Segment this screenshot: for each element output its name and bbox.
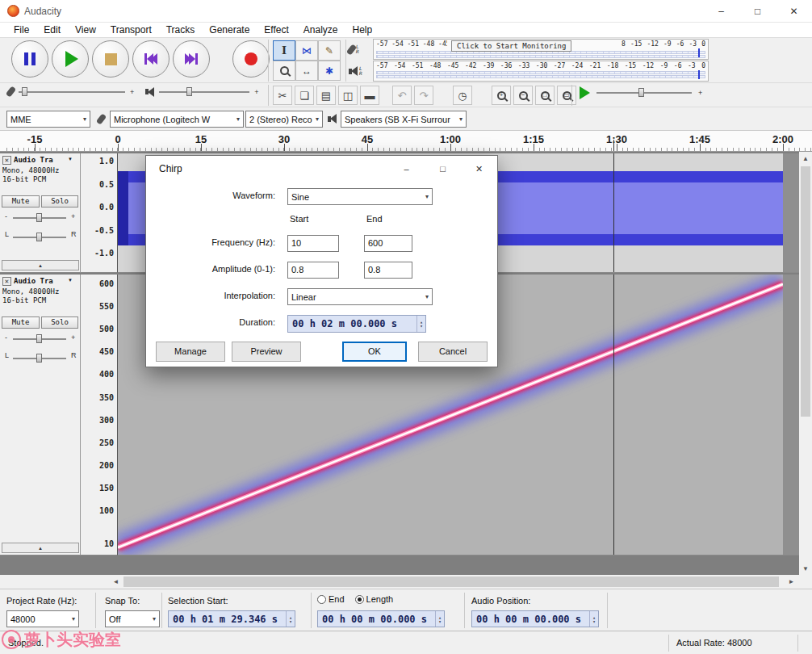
cut-button[interactable]: ✂ bbox=[273, 86, 292, 105]
undo-button[interactable]: ↶ bbox=[392, 86, 412, 105]
track1-mute-button[interactable]: Mute bbox=[2, 195, 40, 208]
window-maximize-button[interactable]: □ bbox=[739, 0, 776, 23]
spinner-icon[interactable]: ▴▾ bbox=[286, 611, 295, 627]
skip-to-end-button[interactable] bbox=[173, 40, 210, 78]
track1-pan-slider[interactable] bbox=[13, 237, 66, 238]
track1-control-panel[interactable]: ✕ Audio Tra ▼ Mono, 48000Hz 16-bit PCM M… bbox=[0, 153, 81, 273]
cancel-button[interactable]: Cancel bbox=[418, 342, 488, 362]
track1-gain-slider[interactable] bbox=[13, 217, 66, 219]
scroll-up-arrow[interactable]: ▲ bbox=[799, 152, 812, 165]
selection-length-timecode[interactable]: 00 h 00 m 00.000 s ▴▾ bbox=[317, 610, 445, 627]
timer-record-button[interactable]: ◷ bbox=[453, 86, 472, 105]
waveform-dropdown[interactable]: Sine ▾ bbox=[287, 188, 433, 205]
track1-solo-button[interactable]: Solo bbox=[41, 195, 78, 208]
recording-device-dropdown[interactable]: Microphone (Logitech W ▾ bbox=[110, 111, 244, 128]
track2-control-panel[interactable]: ✕ Audio Tra ▼ Mono, 48000Hz 16-bit PCM M… bbox=[0, 275, 81, 555]
menu-transport[interactable]: Transport bbox=[103, 24, 159, 36]
dialog-close-button[interactable]: ✕ bbox=[461, 157, 497, 181]
amplitude-end-input[interactable]: 0.8 bbox=[364, 262, 412, 279]
menu-analyze[interactable]: Analyze bbox=[296, 24, 345, 36]
zoom-tool-button[interactable] bbox=[273, 61, 295, 81]
menu-generate[interactable]: Generate bbox=[202, 24, 257, 36]
play-speed-slider[interactable] bbox=[596, 92, 692, 94]
playback-meter-strip[interactable]: -57 -54 -51 -48 -45 -42 -39 -36 -33 -30 … bbox=[373, 61, 709, 82]
play-at-speed-icon[interactable] bbox=[580, 86, 590, 99]
recording-meter-strip[interactable]: -57 -54 -51 -48 -45 8 -15 -12 -9 -6 -3 0… bbox=[373, 39, 709, 60]
monitoring-button[interactable]: Click to Start Monitoring bbox=[451, 40, 571, 52]
length-radio[interactable] bbox=[355, 595, 364, 604]
ok-button[interactable]: OK bbox=[342, 342, 407, 362]
frequency-start-input[interactable]: 10 bbox=[287, 235, 339, 252]
vertical-scrollbar[interactable]: ▲ ▼ bbox=[799, 152, 812, 575]
preview-button[interactable]: Preview bbox=[232, 342, 301, 362]
window-minimize-button[interactable]: – bbox=[703, 0, 739, 23]
duration-timecode[interactable]: 00 h 02 m 00.000 s ▴▾ bbox=[287, 315, 426, 333]
track1-pan-thumb[interactable] bbox=[36, 233, 42, 241]
audio-host-dropdown[interactable]: MME ▾ bbox=[6, 111, 90, 128]
scroll-left-arrow[interactable]: ◄ bbox=[109, 575, 123, 589]
track2-vertical-ruler[interactable]: 600 550 500 450 400 350 300 250 200 150 … bbox=[81, 275, 118, 555]
selection-tool-button[interactable]: I bbox=[273, 40, 295, 61]
window-close-button[interactable]: ✕ bbox=[776, 0, 812, 23]
track2-menu-icon[interactable]: ▼ bbox=[68, 278, 73, 283]
track1-menu-icon[interactable]: ▼ bbox=[68, 157, 73, 161]
menu-effect[interactable]: Effect bbox=[257, 24, 295, 36]
amplitude-start-input[interactable]: 0.8 bbox=[287, 262, 339, 279]
play-speed-thumb[interactable] bbox=[638, 88, 644, 97]
draw-tool-button[interactable]: ✎ bbox=[318, 40, 341, 61]
recording-channels-dropdown[interactable]: 2 (Stereo) Reco ▾ bbox=[245, 111, 323, 128]
track2-close-button[interactable]: ✕ bbox=[2, 277, 11, 286]
vertical-scroll-thumb[interactable] bbox=[801, 166, 810, 417]
scroll-down-arrow[interactable]: ▼ bbox=[799, 562, 812, 575]
skip-to-start-button[interactable] bbox=[132, 40, 170, 78]
track1-collapse-button[interactable]: ▴ bbox=[2, 260, 79, 270]
track2-pan-thumb[interactable] bbox=[36, 354, 42, 363]
spinner-icon[interactable]: ▴▾ bbox=[435, 611, 444, 627]
timeline-ruler[interactable]: -15 0 15 30 45 1:00 1:15 1:30 1:45 2:00 bbox=[0, 131, 812, 152]
trim-audio-button[interactable]: ◫ bbox=[338, 86, 358, 105]
copy-button[interactable]: ❏ bbox=[295, 86, 314, 105]
track1-close-button[interactable]: ✕ bbox=[2, 156, 11, 165]
playback-volume-slider[interactable] bbox=[159, 91, 249, 93]
menu-help[interactable]: Help bbox=[345, 24, 380, 36]
interpolation-dropdown[interactable]: Linear ▾ bbox=[287, 288, 433, 305]
track2-gain-slider[interactable] bbox=[13, 338, 66, 340]
zoom-out-button[interactable]: − bbox=[513, 86, 533, 105]
manage-button[interactable]: Manage bbox=[156, 342, 225, 362]
scroll-right-arrow[interactable]: ► bbox=[785, 575, 798, 589]
snap-to-dropdown[interactable]: Off ▾ bbox=[105, 610, 160, 627]
fit-project-button[interactable]: ▭ bbox=[557, 86, 576, 105]
selection-start-timecode[interactable]: 00 h 01 m 29.346 s ▴▾ bbox=[168, 610, 295, 627]
audio-position-timecode[interactable]: 00 h 00 m 00.000 s ▴▾ bbox=[471, 610, 599, 627]
recording-meter[interactable]: LR -57 -54 -51 -48 -45 8 -15 -12 -9 -6 -… bbox=[349, 39, 709, 60]
track2-mute-button[interactable]: Mute bbox=[2, 317, 40, 329]
spinner-icon[interactable]: ▴▾ bbox=[589, 611, 598, 627]
frequency-end-input[interactable]: 600 bbox=[364, 235, 412, 252]
track1-title[interactable]: Audio Tra bbox=[14, 156, 53, 164]
menu-edit[interactable]: Edit bbox=[36, 24, 68, 36]
track2-gain-thumb[interactable] bbox=[36, 334, 42, 343]
menu-view[interactable]: View bbox=[68, 24, 103, 36]
dialog-maximize-button[interactable]: □ bbox=[425, 157, 461, 181]
track2-collapse-button[interactable]: ▴ bbox=[2, 543, 79, 553]
playback-device-dropdown[interactable]: Speakers (SB X-Fi Surrour ▾ bbox=[341, 111, 467, 128]
play-button[interactable] bbox=[52, 40, 89, 78]
track1-gain-thumb[interactable] bbox=[36, 213, 42, 222]
menu-file[interactable]: File bbox=[6, 24, 36, 36]
playback-volume-thumb[interactable] bbox=[186, 87, 192, 96]
track2-title[interactable]: Audio Tra bbox=[14, 277, 53, 285]
menu-tracks[interactable]: Tracks bbox=[159, 24, 203, 36]
recording-volume-thumb[interactable] bbox=[22, 87, 27, 96]
chirp-dialog-titlebar[interactable]: Chirp – □ ✕ bbox=[146, 156, 497, 182]
redo-button[interactable]: ↷ bbox=[414, 86, 433, 105]
horizontal-scrollbar[interactable]: ◄ ► bbox=[0, 575, 812, 589]
track2-pan-slider[interactable] bbox=[13, 358, 66, 359]
multi-tool-button[interactable]: ✱ bbox=[318, 61, 341, 81]
track2-solo-button[interactable]: Solo bbox=[41, 317, 78, 329]
stop-button[interactable] bbox=[92, 40, 129, 78]
silence-audio-button[interactable]: ▬ bbox=[360, 86, 379, 105]
playback-meter[interactable]: LR -57 -54 -51 -48 -45 -42 -39 -36 -33 -… bbox=[349, 61, 709, 82]
project-rate-dropdown[interactable]: 48000 ▾ bbox=[6, 610, 79, 627]
track1-vertical-ruler[interactable]: 1.0 0.5 0.0 -0.5 -1.0 bbox=[81, 153, 118, 273]
spinner-icon[interactable]: ▴▾ bbox=[416, 316, 425, 332]
